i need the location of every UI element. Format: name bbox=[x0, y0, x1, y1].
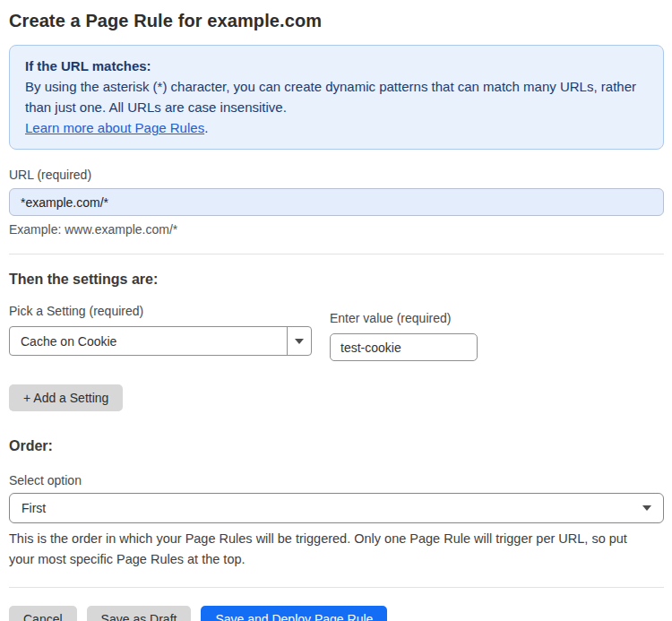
order-selected-value: First bbox=[22, 501, 642, 515]
link-period: . bbox=[204, 120, 208, 135]
url-input[interactable] bbox=[9, 188, 664, 216]
order-select-label: Select option bbox=[9, 473, 664, 487]
form-actions: Cancel Save as Draft Save and Deploy Pag… bbox=[9, 606, 664, 621]
order-section-heading: Order: bbox=[9, 438, 664, 454]
info-box-link-line: Learn more about Page Rules. bbox=[25, 117, 648, 138]
chevron-down-icon bbox=[642, 505, 651, 511]
settings-row: Pick a Setting (required) Cache on Cooki… bbox=[9, 288, 664, 361]
enter-value-column: Enter value (required) bbox=[330, 295, 478, 361]
pick-setting-selected-value: Cache on Cookie bbox=[10, 334, 287, 349]
enter-value-label: Enter value (required) bbox=[330, 311, 478, 325]
info-box-heading: If the URL matches: bbox=[25, 56, 648, 76]
chevron-down-icon bbox=[295, 339, 304, 344]
page-rule-form: Create a Page Rule for example.com If th… bbox=[0, 0, 672, 621]
url-field-example: Example: www.example.com/* bbox=[9, 222, 664, 237]
cancel-button[interactable]: Cancel bbox=[9, 606, 77, 621]
url-matches-info-box: If the URL matches: By using the asteris… bbox=[9, 45, 664, 150]
learn-more-link[interactable]: Learn more about Page Rules bbox=[25, 120, 204, 135]
pick-setting-dropdown-button[interactable] bbox=[287, 327, 311, 355]
divider-after-url bbox=[9, 254, 664, 254]
order-help-text: This is the order in which your Page Rul… bbox=[9, 529, 654, 570]
save-as-draft-button[interactable]: Save as Draft bbox=[87, 606, 192, 621]
url-field-label: URL (required) bbox=[9, 168, 664, 182]
add-setting-button[interactable]: + Add a Setting bbox=[9, 384, 123, 411]
divider-before-actions bbox=[9, 587, 664, 588]
pick-setting-select[interactable]: Cache on Cookie bbox=[9, 326, 312, 356]
info-box-body: By using the asterisk (*) character, you… bbox=[25, 76, 648, 117]
page-title: Create a Page Rule for example.com bbox=[9, 11, 664, 31]
setting-value-input[interactable] bbox=[330, 333, 478, 361]
pick-setting-column: Pick a Setting (required) Cache on Cooki… bbox=[9, 288, 312, 356]
settings-section-heading: Then the settings are: bbox=[9, 272, 664, 288]
pick-setting-label: Pick a Setting (required) bbox=[9, 304, 312, 318]
save-and-deploy-button[interactable]: Save and Deploy Page Rule bbox=[201, 606, 387, 621]
order-select[interactable]: First bbox=[9, 493, 664, 523]
